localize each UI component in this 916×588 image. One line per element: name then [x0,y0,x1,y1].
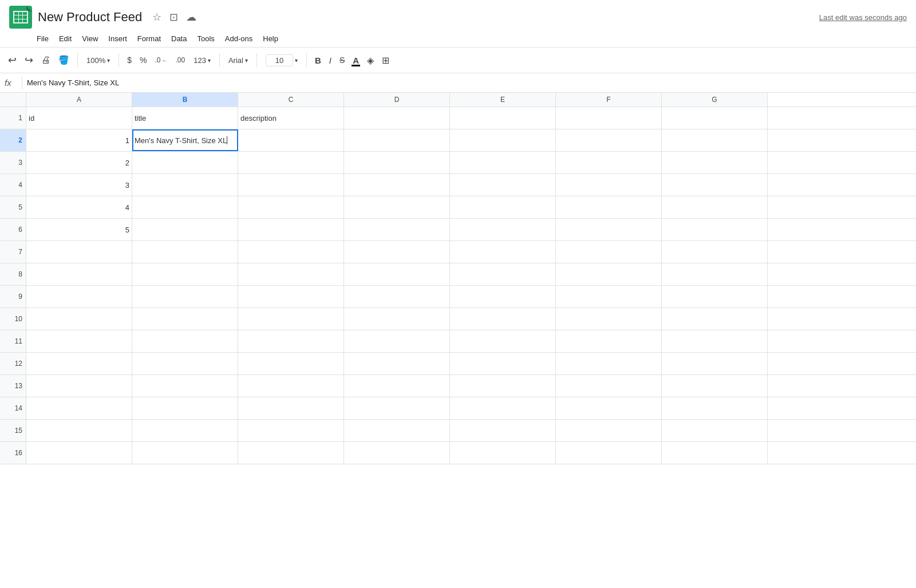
cell-D8[interactable] [344,263,450,285]
cell-D2[interactable] [344,129,450,151]
cell-B16[interactable] [132,442,238,464]
cell-E1[interactable] [450,107,556,129]
row-number-3[interactable]: 3 [0,152,26,173]
cell-B11[interactable] [132,330,238,352]
cell-E13[interactable] [450,375,556,397]
cell-E14[interactable] [450,397,556,419]
col-header-A[interactable]: A [26,93,132,106]
cell-E3[interactable] [450,152,556,173]
currency-button[interactable]: $ [124,53,135,67]
cell-E10[interactable] [450,308,556,330]
cell-B3[interactable] [132,152,238,173]
cell-D10[interactable] [344,308,450,330]
cell-C12[interactable] [238,353,344,374]
move-to-folder-icon[interactable]: ⊡ [169,11,178,23]
cell-A15[interactable] [26,420,132,441]
cell-D6[interactable] [344,219,450,240]
star-icon[interactable]: ☆ [152,11,161,23]
cell-F7[interactable] [556,241,662,263]
row-number-5[interactable]: 5 [0,196,26,218]
cell-G4[interactable] [662,174,768,196]
cell-F14[interactable] [556,397,662,419]
cell-F5[interactable] [556,196,662,218]
cell-G9[interactable] [662,286,768,307]
cell-D1[interactable] [344,107,450,129]
cloud-save-icon[interactable]: ☁ [186,11,196,23]
cell-B10[interactable] [132,308,238,330]
number-format-dropdown[interactable]: 123 ▾ [189,54,215,67]
cell-B14[interactable] [132,397,238,419]
cell-A10[interactable] [26,308,132,330]
row-number-6[interactable]: 6 [0,219,26,240]
cell-A11[interactable] [26,330,132,352]
cell-A6[interactable]: 5 [26,219,132,240]
font-color-button[interactable]: A [349,53,362,68]
cell-A12[interactable] [26,353,132,374]
strikethrough-button[interactable]: S [336,53,348,67]
row-number-2[interactable]: 2 [0,129,26,151]
cell-G2[interactable] [662,129,768,151]
row-number-9[interactable]: 9 [0,286,26,307]
cell-A9[interactable] [26,286,132,307]
cell-B6[interactable] [132,219,238,240]
cell-F12[interactable] [556,353,662,374]
menu-insert[interactable]: Insert [104,33,132,45]
row-number-12[interactable]: 12 [0,353,26,374]
cell-A8[interactable] [26,263,132,285]
cell-F10[interactable] [556,308,662,330]
row-number-1[interactable]: 1 [0,107,26,129]
col-header-F[interactable]: F [556,93,662,106]
col-header-C[interactable]: C [238,93,344,106]
cell-F11[interactable] [556,330,662,352]
cell-B1[interactable]: title [132,107,238,129]
document-title[interactable]: New Product Feed [38,10,142,25]
print-button[interactable]: 🖨 [38,53,54,68]
cell-E15[interactable] [450,420,556,441]
cell-A13[interactable] [26,375,132,397]
cell-E9[interactable] [450,286,556,307]
row-number-4[interactable]: 4 [0,174,26,196]
menu-edit[interactable]: Edit [54,33,76,45]
cell-G12[interactable] [662,353,768,374]
cell-D4[interactable] [344,174,450,196]
cell-C11[interactable] [238,330,344,352]
col-header-E[interactable]: E [450,93,556,106]
percent-button[interactable]: % [136,53,150,67]
menu-tools[interactable]: Tools [192,33,219,45]
cell-D7[interactable] [344,241,450,263]
cell-D16[interactable] [344,442,450,464]
cell-G7[interactable] [662,241,768,263]
cell-G16[interactable] [662,442,768,464]
cell-B13[interactable] [132,375,238,397]
cell-E16[interactable] [450,442,556,464]
cell-G15[interactable] [662,420,768,441]
cell-E5[interactable] [450,196,556,218]
row-number-7[interactable]: 7 [0,241,26,263]
cell-B5[interactable] [132,196,238,218]
cell-C8[interactable] [238,263,344,285]
col-header-B[interactable]: B [132,93,238,106]
row-number-14[interactable]: 14 [0,397,26,419]
col-header-D[interactable]: D [344,93,450,106]
cell-G11[interactable] [662,330,768,352]
cell-G10[interactable] [662,308,768,330]
cell-B7[interactable] [132,241,238,263]
cell-C2[interactable] [238,129,344,151]
cell-A1[interactable]: id [26,107,132,129]
cell-C1[interactable]: description [238,107,344,129]
cell-D13[interactable] [344,375,450,397]
row-number-11[interactable]: 11 [0,330,26,352]
font-size-dropdown[interactable]: 10 ▾ [262,52,302,69]
font-name-dropdown[interactable]: Arial ▾ [224,54,252,67]
cell-A16[interactable] [26,442,132,464]
cell-F4[interactable] [556,174,662,196]
cell-A3[interactable]: 2 [26,152,132,173]
cell-C14[interactable] [238,397,344,419]
decimal-increase-button[interactable]: .00 [172,54,189,66]
zoom-dropdown[interactable]: 100% ▾ [82,54,114,67]
cell-C13[interactable] [238,375,344,397]
cell-D15[interactable] [344,420,450,441]
cell-G14[interactable] [662,397,768,419]
cell-D11[interactable] [344,330,450,352]
italic-button[interactable]: I [326,53,335,68]
